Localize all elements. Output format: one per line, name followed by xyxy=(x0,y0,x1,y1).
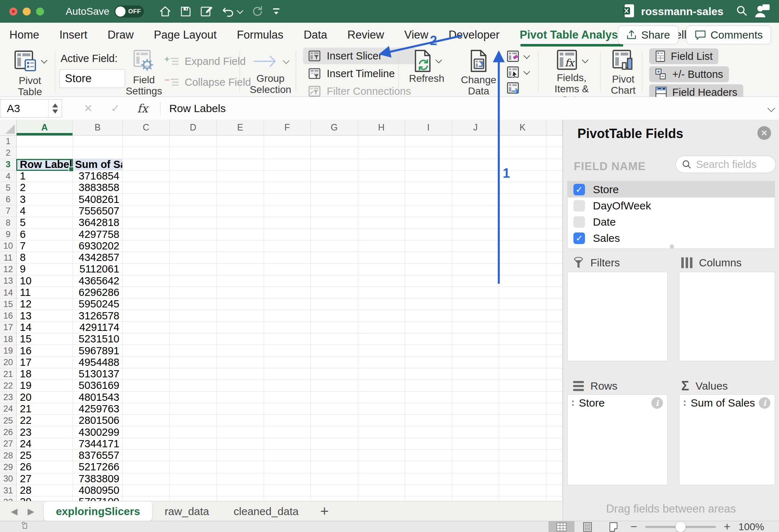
row-header-14[interactable]: 14 xyxy=(0,287,17,298)
empty-cell[interactable] xyxy=(311,426,358,438)
empty-cell[interactable] xyxy=(170,345,217,356)
empty-cell[interactable] xyxy=(499,217,546,229)
cell-A14[interactable]: 11 xyxy=(17,287,73,298)
empty-cell[interactable] xyxy=(311,380,358,391)
empty-cell[interactable] xyxy=(405,496,452,501)
empty-cell[interactable] xyxy=(499,426,546,438)
empty-cell[interactable] xyxy=(170,205,217,217)
empty-cell[interactable] xyxy=(264,333,311,345)
row-header-9[interactable]: 9 xyxy=(0,229,17,240)
empty-cell[interactable] xyxy=(546,345,563,356)
empty-cell[interactable] xyxy=(264,136,311,147)
empty-cell[interactable] xyxy=(311,415,358,426)
empty-cell[interactable] xyxy=(546,357,563,368)
cell-A18[interactable]: 15 xyxy=(17,333,73,345)
empty-cell[interactable] xyxy=(311,263,358,275)
empty-cell[interactable] xyxy=(264,240,311,252)
empty-cell[interactable] xyxy=(452,322,499,333)
empty-cell[interactable] xyxy=(358,450,405,461)
empty-cell[interactable] xyxy=(358,310,405,322)
row-header-19[interactable]: 19 xyxy=(0,345,17,356)
empty-cell[interactable] xyxy=(170,403,217,415)
empty-cell[interactable] xyxy=(311,473,358,485)
next-sheet-icon[interactable]: ▶ xyxy=(27,506,34,517)
cell-B22[interactable]: 5036169 xyxy=(73,380,123,391)
empty-cell[interactable] xyxy=(499,136,546,147)
cell-B11[interactable]: 4342857 xyxy=(73,252,123,263)
sheet-tab-cleaned_data[interactable]: cleaned_data xyxy=(221,501,311,521)
cell-A15[interactable]: 12 xyxy=(17,298,73,310)
empty-cell[interactable] xyxy=(546,170,563,182)
empty-cell[interactable] xyxy=(217,310,264,322)
cell-B14[interactable]: 6296286 xyxy=(73,287,123,298)
empty-cell[interactable] xyxy=(499,368,546,380)
empty-cell[interactable] xyxy=(452,182,499,194)
empty-cell[interactable] xyxy=(452,345,499,356)
cell-B13[interactable]: 4365642 xyxy=(73,275,123,287)
row-header-25[interactable]: 25 xyxy=(0,415,17,426)
empty-cell[interactable] xyxy=(405,357,452,368)
cell-B5[interactable]: 3883858 xyxy=(73,182,123,194)
cell-B12[interactable]: 5112061 xyxy=(73,263,123,275)
cell-B24[interactable]: 4259763 xyxy=(73,403,123,415)
empty-cell[interactable] xyxy=(546,473,563,485)
row-header-21[interactable]: 21 xyxy=(0,368,17,380)
empty-cell[interactable] xyxy=(170,310,217,322)
ribbon-tab-review[interactable]: Review xyxy=(347,28,384,41)
empty-cell[interactable] xyxy=(499,403,546,415)
empty-cell[interactable] xyxy=(217,194,264,205)
cell-B29[interactable]: 5217266 xyxy=(73,461,123,473)
empty-cell[interactable] xyxy=(452,170,499,182)
empty-cell[interactable] xyxy=(546,496,563,501)
row-header-16[interactable]: 16 xyxy=(0,310,17,322)
empty-cell[interactable] xyxy=(123,461,170,473)
empty-cell[interactable] xyxy=(358,147,405,159)
empty-cell[interactable] xyxy=(452,263,499,275)
sheet-tab-raw_data[interactable]: raw_data xyxy=(152,501,221,521)
empty-cell[interactable] xyxy=(123,333,170,345)
empty-cell[interactable] xyxy=(170,322,217,333)
cell-A25[interactable]: 22 xyxy=(17,415,73,426)
cell-A16[interactable]: 13 xyxy=(17,310,73,322)
cell-A6[interactable]: 3 xyxy=(17,194,73,205)
empty-cell[interactable] xyxy=(217,438,264,450)
cell-A11[interactable]: 8 xyxy=(17,252,73,263)
empty-cell[interactable] xyxy=(123,263,170,275)
ribbon-tab-developer[interactable]: Developer xyxy=(449,28,499,41)
empty-cell[interactable] xyxy=(405,485,452,496)
row-header-2[interactable]: 2 xyxy=(0,147,17,159)
redo-icon[interactable] xyxy=(251,5,263,18)
empty-cell[interactable] xyxy=(123,310,170,322)
empty-cell[interactable] xyxy=(358,217,405,229)
empty-cell[interactable] xyxy=(311,368,358,380)
empty-cell[interactable] xyxy=(452,217,499,229)
cell-A3[interactable]: Row Labels xyxy=(17,159,73,170)
empty-cell[interactable] xyxy=(546,275,563,287)
empty-cell[interactable] xyxy=(452,136,499,147)
column-header-C[interactable]: C xyxy=(123,120,170,135)
empty-cell[interactable] xyxy=(499,147,546,159)
cell-A32[interactable]: 29 xyxy=(17,496,73,501)
cell-A8[interactable]: 5 xyxy=(17,217,73,229)
empty-cell[interactable] xyxy=(311,461,358,473)
row-header-24[interactable]: 24 xyxy=(0,403,17,415)
empty-cell[interactable] xyxy=(217,403,264,415)
column-header-G[interactable]: G xyxy=(311,120,358,135)
empty-cell[interactable] xyxy=(264,368,311,380)
field-item-date[interactable]: Date xyxy=(568,214,775,230)
empty-cell[interactable] xyxy=(358,496,405,501)
row-header-1[interactable]: 1 xyxy=(0,136,17,147)
plus-minus-buttons-toggle[interactable]: +/- Buttons xyxy=(649,66,729,82)
empty-cell[interactable] xyxy=(170,147,217,159)
empty-cell[interactable] xyxy=(264,310,311,322)
empty-cell[interactable] xyxy=(123,368,170,380)
empty-cell[interactable] xyxy=(217,473,264,485)
empty-cell[interactable] xyxy=(499,392,546,403)
empty-cell[interactable] xyxy=(452,275,499,287)
empty-cell[interactable] xyxy=(358,473,405,485)
cell-B31[interactable]: 4080950 xyxy=(73,485,123,496)
account-icon[interactable] xyxy=(754,4,770,19)
cell-A9[interactable]: 6 xyxy=(17,229,73,240)
zoom-window-button[interactable] xyxy=(36,8,44,15)
empty-cell[interactable] xyxy=(170,217,217,229)
